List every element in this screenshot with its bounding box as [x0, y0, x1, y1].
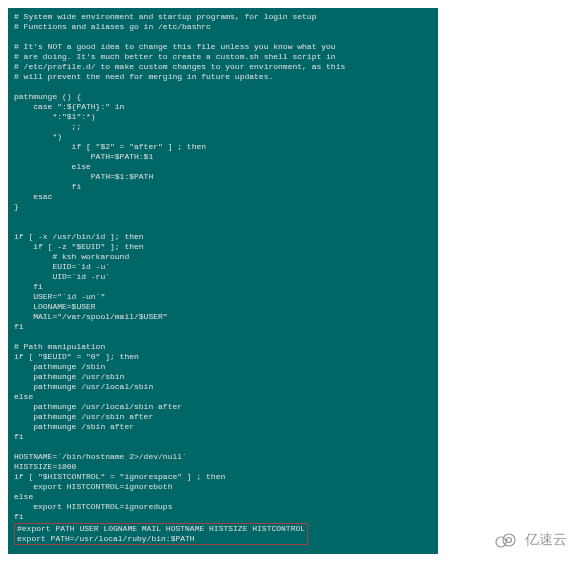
code-block-after: # By default, we want umask to get set. …	[14, 546, 432, 554]
code-line: fi	[14, 282, 432, 292]
code-line: # Path manipulation	[14, 342, 432, 352]
code-line: export HISTCONTROL=ignoreboth	[14, 482, 432, 492]
code-line: case ":${PATH}:" in	[14, 102, 432, 112]
code-line: HISTSIZE=1000	[14, 462, 432, 472]
code-line: # are doing. It's much better to create …	[14, 52, 432, 62]
svg-point-1	[503, 534, 515, 546]
terminal-window[interactable]: # System wide environment and startup pr…	[8, 8, 438, 554]
code-line: if [ -x /usr/bin/id ]; then	[14, 232, 432, 242]
code-line	[14, 442, 432, 452]
highlighted-code-block: #export PATH USER LOGNAME MAIL HOSTNAME …	[14, 523, 308, 545]
code-line: pathmunge /usr/sbin after	[14, 412, 432, 422]
code-line: *:"$1":*)	[14, 112, 432, 122]
code-line: USER="`id -un`"	[14, 292, 432, 302]
code-line: if [ "$HISTCONTROL" = "ignorespace" ] ; …	[14, 472, 432, 482]
code-line: if [ -z "$EUID" ]; then	[14, 242, 432, 252]
code-line	[14, 332, 432, 342]
code-line: # will prevent the need for merging in f…	[14, 72, 432, 82]
code-line: pathmunge /usr/sbin	[14, 372, 432, 382]
code-line: pathmunge /usr/local/sbin	[14, 382, 432, 392]
code-line: EUID=`id -u`	[14, 262, 432, 272]
svg-point-2	[507, 538, 512, 543]
code-line	[14, 212, 432, 222]
code-line: fi	[14, 182, 432, 192]
code-line: else	[14, 162, 432, 172]
code-line	[14, 222, 432, 232]
code-line: HOSTNAME=`/bin/hostname 2>/dev/null`	[14, 452, 432, 462]
code-line: # Functions and aliases go in /etc/bashr…	[14, 22, 432, 32]
code-line: }	[14, 202, 432, 212]
code-line: fi	[14, 322, 432, 332]
code-line	[14, 546, 432, 554]
code-line: export HISTCONTROL=ignoredups	[14, 502, 432, 512]
code-line: if [ "$2" = "after" ] ; then	[14, 142, 432, 152]
code-line: #export PATH USER LOGNAME MAIL HOSTNAME …	[17, 524, 305, 534]
code-line: else	[14, 492, 432, 502]
code-line: esac	[14, 192, 432, 202]
code-line: # System wide environment and startup pr…	[14, 12, 432, 22]
cloud-icon	[493, 532, 519, 548]
code-line: export PATH=/usr/local/ruby/bin:$PATH	[17, 534, 305, 544]
code-line: *)	[14, 132, 432, 142]
code-line: UID=`id -ru`	[14, 272, 432, 282]
code-line: pathmunge /usr/local/sbin after	[14, 402, 432, 412]
code-line: if [ "$EUID" = "0" ]; then	[14, 352, 432, 362]
svg-point-0	[496, 537, 506, 547]
code-line: fi	[14, 432, 432, 442]
code-line: # It's NOT a good idea to change this fi…	[14, 42, 432, 52]
code-line: LOGNAME=$USER	[14, 302, 432, 312]
code-line: MAIL="/var/spool/mail/$USER"	[14, 312, 432, 322]
watermark-text: 亿速云	[525, 531, 567, 549]
code-line	[14, 32, 432, 42]
code-line: PATH=$1:$PATH	[14, 172, 432, 182]
code-line	[14, 82, 432, 92]
code-line: PATH=$PATH:$1	[14, 152, 432, 162]
code-line: pathmunge () {	[14, 92, 432, 102]
code-line: fi	[14, 512, 432, 522]
watermark: 亿速云	[493, 531, 567, 549]
code-line: else	[14, 392, 432, 402]
code-line: # /etc/profile.d/ to make custom changes…	[14, 62, 432, 72]
code-block-before: # System wide environment and startup pr…	[14, 12, 432, 522]
code-line: # ksh workaround	[14, 252, 432, 262]
code-line: pathmunge /sbin	[14, 362, 432, 372]
code-line: ;;	[14, 122, 432, 132]
code-line: pathmunge /sbin after	[14, 422, 432, 432]
